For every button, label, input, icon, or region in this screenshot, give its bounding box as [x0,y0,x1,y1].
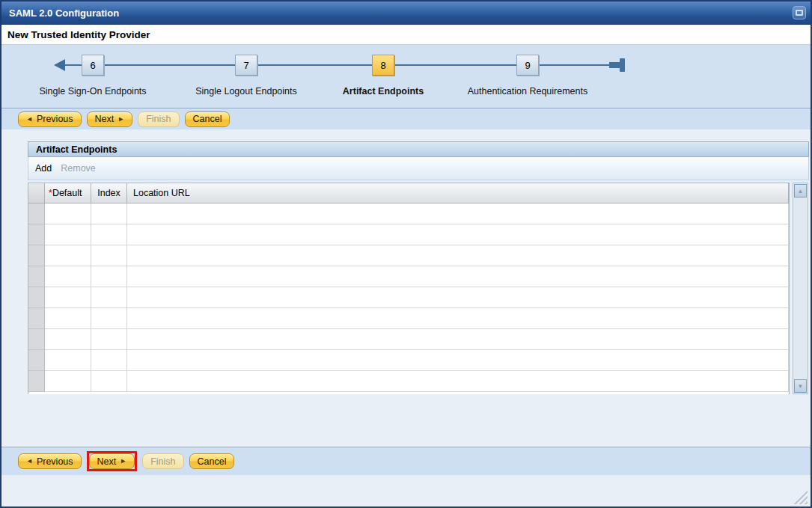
table-row [28,371,789,392]
step-number-box[interactable]: 7 [235,55,257,76]
row-selector-cell[interactable] [28,287,45,308]
column-header-location-url: Location URL [127,183,789,203]
table-row [28,308,789,329]
row-selector-cell[interactable] [28,350,45,371]
saml-configuration-window: SAML 2.0 Configuration New Trusted Ident… [0,0,812,508]
wizard-step-artifact-endpoints[interactable]: 8 Artifact Endpoints [301,55,465,97]
roadmap-end-marker-bar [620,58,625,72]
index-cell [91,203,127,224]
location-url-cell [127,245,789,266]
next-button-label: Next [95,114,115,124]
row-selector-cell[interactable] [28,224,45,245]
table-scrollbar[interactable]: ▲ ▼ [793,183,808,394]
finish-button[interactable]: Finish [142,453,183,469]
remove-button[interactable]: Remove [61,163,96,174]
index-cell [91,266,127,287]
cancel-button[interactable]: Cancel [189,453,235,469]
index-cell [91,245,127,266]
location-url-cell [127,203,789,224]
location-url-cell [127,371,789,392]
panel-header: Artifact Endpoints [28,141,809,157]
step-number-box[interactable]: 8 [372,55,394,76]
default-cell [45,245,91,266]
finish-button-label: Finish [150,456,175,467]
scroll-down-icon: ▼ [798,383,804,390]
finish-button-label: Finish [146,114,171,124]
roadmap-end-marker-icon [609,62,620,68]
scroll-up-icon: ▲ [798,188,804,195]
next-arrow-icon: ► [117,116,124,123]
index-cell [91,287,127,308]
default-cell [45,371,91,392]
previous-arrow-icon: ◄ [26,458,33,465]
index-cell [91,224,127,245]
row-selector-cell[interactable] [28,245,45,266]
location-url-cell [127,224,789,245]
scroll-down-button[interactable]: ▼ [794,379,807,393]
step-number-box[interactable]: 9 [516,55,539,76]
default-cell [45,224,91,245]
previous-button[interactable]: ◄ Previous [18,111,82,127]
column-header-default: *Default [45,183,91,203]
step-label: Single Sign-On Endpoints [10,86,175,97]
step-label: Artifact Endpoints [301,86,465,97]
column-header-index: Index [91,183,127,203]
default-cell [45,287,91,308]
table-row [28,329,789,350]
row-selector-cell[interactable] [28,371,45,392]
previous-button-label: Previous [37,456,73,467]
add-button[interactable]: Add [35,163,52,174]
cancel-button-label: Cancel [198,456,227,467]
previous-arrow-icon: ◄ [26,116,33,123]
content-area: Artifact Endpoints Add Remove *Default I… [1,129,811,447]
default-cell [45,308,91,329]
index-cell [91,371,127,392]
step-label: Authentication Requirements [445,86,610,97]
page-title: New Trusted Identity Provider [7,29,150,40]
table-row [28,203,789,224]
table-zone: *Default Index Location URL [28,183,809,394]
cancel-button[interactable]: Cancel [185,111,231,127]
panel-title: Artifact Endpoints [36,144,117,155]
row-selector-cell[interactable] [28,266,45,287]
index-cell [91,350,127,371]
table-row [28,224,789,245]
column-header-row-selector [28,183,45,203]
previous-button-label: Previous [37,114,73,124]
default-cell [45,329,91,350]
resize-grip-icon[interactable] [791,488,808,504]
row-selector-cell[interactable] [28,329,45,350]
index-cell [91,308,127,329]
location-url-cell [127,329,789,350]
next-arrow-icon: ► [120,458,126,465]
artifact-endpoints-panel: Artifact Endpoints Add Remove *Default I… [28,141,809,394]
footer [1,475,811,507]
default-cell [45,203,91,224]
wizard-button-row-bottom: ◄ Previous Next ► Finish Cancel [1,447,811,475]
next-button-highlight-box: Next ► [87,451,138,471]
table-row [28,350,789,371]
location-url-cell [127,287,789,308]
previous-button[interactable]: ◄ Previous [18,453,82,469]
row-selector-cell[interactable] [28,308,45,329]
wizard-step-authentication-requirements[interactable]: 9 Authentication Requirements [445,55,610,97]
finish-button[interactable]: Finish [138,111,179,127]
location-url-cell [127,308,789,329]
row-selector-cell[interactable] [28,203,45,224]
table-row [28,266,789,287]
wizard-roadmap: 6 Single Sign-On Endpoints 7 Single Logo… [1,45,811,108]
table-row [28,287,789,308]
artifact-endpoints-table: *Default Index Location URL [28,183,790,394]
maximize-button[interactable] [793,6,806,19]
next-button[interactable]: Next ► [89,453,135,469]
wizard-button-row-top: ◄ Previous Next ► Finish Cancel [1,108,811,129]
next-button[interactable]: Next ► [87,111,133,127]
table-row [28,245,789,266]
location-url-cell [127,350,789,371]
scroll-up-button[interactable]: ▲ [794,184,807,198]
next-button-label: Next [97,456,117,467]
wizard-step-single-sign-on-endpoints[interactable]: 6 Single Sign-On Endpoints [10,55,175,97]
table-header-row: *Default Index Location URL [28,183,789,203]
step-number-box[interactable]: 6 [82,55,104,76]
titlebar: SAML 2.0 Configuration [1,1,811,25]
